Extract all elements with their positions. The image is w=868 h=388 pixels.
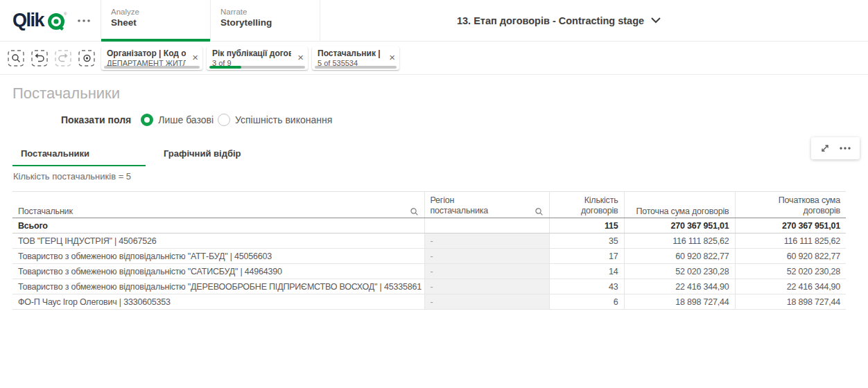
chevron-down-icon bbox=[651, 17, 661, 24]
column-header-current-sum[interactable]: Поточна сума договорів bbox=[624, 192, 735, 218]
more-icon[interactable] bbox=[839, 146, 851, 150]
radio-option-performance[interactable]: Успішність виконання bbox=[218, 114, 332, 126]
supplier-cell[interactable]: Товариство з обмеженою відповідальністю … bbox=[12, 249, 424, 264]
table-row: Товариство з обмеженою відповідальністю … bbox=[12, 249, 846, 264]
qlik-logo-wordmark: Qlik bbox=[12, 10, 44, 31]
smart-search-button[interactable] bbox=[7, 49, 25, 67]
panel-tabs: Постачальники Графічний відбір bbox=[12, 144, 856, 166]
table-row: ТОВ "ГЕРЦ ІНДУСТРІЯ" | 45067526 - 35 116… bbox=[12, 233, 846, 249]
column-header-region[interactable]: Регіон постачальника bbox=[424, 192, 549, 218]
initial-sum-cell: 116 111 825,62 bbox=[735, 233, 846, 249]
totals-label: Всього bbox=[12, 218, 424, 233]
search-icon[interactable] bbox=[410, 207, 419, 216]
selection-chip-organizer[interactable]: Організатор | Код о... ДЕПАРТАМЕНТ ЖИТЛО… bbox=[101, 46, 202, 70]
selection-chip-publication-year[interactable]: Рік публікації догов... 3 of 9 × bbox=[207, 46, 308, 70]
table-header-row: Постачальник Регіон постачальника bbox=[12, 192, 846, 218]
table-row: Товариство з обмеженою відповідальністю … bbox=[12, 279, 846, 294]
show-fields-control: Показати поля Лише базові Успішність вик… bbox=[61, 114, 856, 126]
region-cell[interactable]: - bbox=[424, 233, 549, 249]
radio-label: Лише базові bbox=[158, 114, 214, 125]
totals-region bbox=[424, 218, 549, 233]
expand-icon[interactable] bbox=[819, 143, 831, 154]
tab-sublabel: Narrate bbox=[220, 8, 320, 16]
svg-text:®: ® bbox=[64, 12, 67, 16]
sheet-title-text: 13. Етап договорів - Contracting stage bbox=[457, 15, 644, 26]
current-sum-cell: 18 898 727,44 bbox=[624, 294, 735, 310]
totals-initial: 270 367 951,01 bbox=[735, 218, 846, 233]
sheet-area: Постачальники Показати поля Лише базові … bbox=[0, 75, 868, 310]
selection-chip-supplier[interactable]: Постачальник | Код ... 5 of 535534 × bbox=[312, 46, 399, 70]
tab-narrate-storytelling[interactable]: Narrate Storytelling bbox=[211, 0, 320, 41]
tab-label: Sheet bbox=[111, 17, 210, 28]
column-header-initial-sum[interactable]: Початкова сума договорів bbox=[735, 192, 846, 218]
mode-tabs: Analyze Sheet Narrate Storytelling bbox=[101, 0, 320, 41]
show-fields-label: Показати поля bbox=[61, 114, 131, 125]
supplier-cell[interactable]: Товариство з обмеженою відповідальністю … bbox=[12, 279, 424, 294]
suppliers-table: Постачальник Регіон постачальника bbox=[12, 191, 846, 310]
sort-descending-icon: ▼ bbox=[672, 218, 678, 221]
tab-label: Storytelling bbox=[220, 17, 320, 28]
supplier-cell[interactable]: Товариство з обмеженою відповідальністю … bbox=[12, 264, 424, 279]
search-icon bbox=[7, 49, 25, 67]
region-cell[interactable]: - bbox=[424, 279, 549, 294]
chip-field-name: Організатор | Код о... bbox=[107, 48, 186, 58]
totals-current: ▼ 270 367 951,01 bbox=[624, 218, 735, 233]
region-cell[interactable]: - bbox=[424, 294, 549, 310]
chip-field-name: Постачальник | Код ... bbox=[318, 48, 383, 58]
radio-unselected-icon[interactable] bbox=[218, 114, 230, 126]
close-icon[interactable]: × bbox=[389, 52, 395, 62]
top-bar: Qlik ® Analyze Sheet Narrate Storytellin… bbox=[0, 0, 868, 42]
current-sum-cell: 52 020 230,28 bbox=[624, 264, 735, 279]
qlik-logo[interactable]: Qlik ® bbox=[0, 0, 73, 41]
clear-selections-icon bbox=[78, 49, 96, 67]
table-row: ФО-П Чаус Ігор Олегович | 3330605353 - 6… bbox=[12, 294, 846, 310]
tab-sublabel: Analyze bbox=[111, 8, 210, 16]
clear-all-selections-button[interactable] bbox=[78, 49, 96, 67]
close-icon[interactable]: × bbox=[192, 52, 198, 62]
count-cell: 35 bbox=[549, 233, 624, 249]
tab-graphic-selection[interactable]: Графічний відбір bbox=[155, 144, 288, 166]
undo-icon bbox=[31, 49, 49, 67]
initial-sum-cell: 18 898 727,44 bbox=[735, 294, 846, 310]
redo-icon bbox=[54, 49, 72, 67]
current-sum-cell: 22 416 344,90 bbox=[624, 279, 735, 294]
count-cell: 17 bbox=[549, 249, 624, 264]
current-sum-cell: 60 920 822,77 bbox=[624, 249, 735, 264]
step-back-button[interactable] bbox=[31, 49, 49, 67]
selection-tools bbox=[7, 49, 96, 67]
region-cell[interactable]: - bbox=[424, 264, 549, 279]
supplier-cell[interactable]: ФО-П Чаус Ігор Олегович | 3330605353 bbox=[12, 294, 424, 310]
chip-progress-track bbox=[209, 66, 305, 69]
count-cell: 43 bbox=[549, 279, 624, 294]
radio-option-basic[interactable]: Лише базові bbox=[141, 114, 214, 126]
step-forward-button[interactable] bbox=[54, 49, 72, 67]
suppliers-panel: Постачальники Графічний відбір Кількість… bbox=[12, 144, 856, 310]
count-cell: 6 bbox=[549, 294, 624, 310]
totals-count: 115 bbox=[549, 218, 624, 233]
close-icon[interactable]: × bbox=[297, 52, 304, 62]
suppliers-count-text: Кількість постачальників = 5 bbox=[12, 166, 856, 182]
table-row: Товариство з обмеженою відповідальністю … bbox=[12, 264, 846, 279]
supplier-cell[interactable]: ТОВ "ГЕРЦ ІНДУСТРІЯ" | 45067526 bbox=[12, 233, 424, 249]
region-cell[interactable]: - bbox=[424, 249, 549, 264]
column-header-contract-count[interactable]: Кількість договорів bbox=[549, 192, 624, 218]
sheet-selector[interactable]: 13. Етап договорів - Contracting stage bbox=[457, 0, 661, 41]
tab-suppliers[interactable]: Постачальники bbox=[12, 144, 146, 166]
radio-label: Успішність виконання bbox=[235, 114, 332, 125]
chip-field-name: Рік публікації догов... bbox=[212, 48, 291, 58]
column-header-supplier[interactable]: Постачальник bbox=[12, 192, 424, 218]
selections-bar: Організатор | Код о... ДЕПАРТАМЕНТ ЖИТЛО… bbox=[0, 42, 868, 75]
object-actions bbox=[811, 137, 860, 159]
chip-progress-fill bbox=[209, 66, 241, 69]
global-menu-button[interactable] bbox=[73, 0, 101, 41]
more-icon bbox=[77, 19, 91, 23]
initial-sum-cell: 52 020 230,28 bbox=[735, 264, 846, 279]
current-sum-cell: 116 111 825,62 bbox=[624, 233, 735, 249]
count-cell: 14 bbox=[549, 264, 624, 279]
page-title: Постачальники bbox=[12, 85, 856, 103]
radio-selected-icon[interactable] bbox=[141, 114, 153, 126]
tab-analyze-sheet[interactable]: Analyze Sheet bbox=[101, 0, 211, 41]
initial-sum-cell: 22 416 344,90 bbox=[735, 279, 846, 294]
search-icon[interactable] bbox=[535, 207, 544, 216]
chip-progress-track bbox=[315, 66, 397, 69]
